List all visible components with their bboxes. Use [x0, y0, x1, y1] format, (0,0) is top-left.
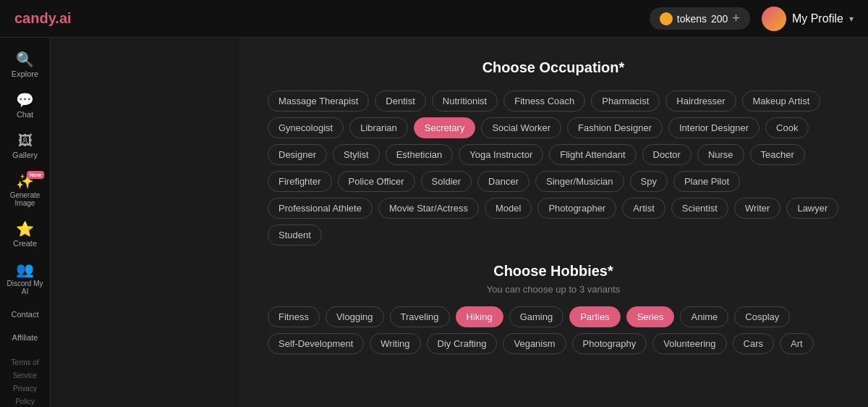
hobby-tag[interactable]: Parties [569, 306, 620, 327]
sidebar-item-discord[interactable]: 👥 Discord My AI [0, 255, 50, 303]
occupation-tag[interactable]: Police Officer [338, 171, 415, 192]
token-coin-icon [660, 12, 673, 25]
sidebar-item-label: Create [13, 239, 37, 248]
chevron-down-icon: ▾ [849, 14, 854, 24]
occupation-tag[interactable]: Hairdresser [665, 91, 736, 112]
new-badge: New [27, 171, 44, 179]
privacy-link[interactable]: Privacy Policy [4, 382, 46, 407]
hobbies-subtitle: You can choose up to 3 variants [268, 284, 839, 295]
hobby-tag[interactable]: Vlogging [326, 306, 384, 327]
hobbies-section: Choose Hobbies* You can choose up to 3 v… [268, 263, 839, 354]
logo-text: candy.ai [14, 10, 72, 26]
hobby-tag[interactable]: Art [780, 333, 814, 354]
hobby-tag[interactable]: Fitness [268, 306, 320, 327]
hobbies-title: Choose Hobbies* [268, 263, 839, 280]
gallery-icon: 🖼 [18, 133, 33, 148]
sidebar-item-gallery[interactable]: 🖼 Gallery [0, 126, 50, 167]
hobbies-tags: FitnessVloggingTravelingHikingGamingPart… [268, 306, 839, 354]
occupation-tag[interactable]: Cook [765, 117, 809, 138]
occupation-tag[interactable]: Doctor [642, 144, 692, 165]
occupation-tag[interactable]: Designer [268, 144, 327, 165]
hobby-tag[interactable]: Hiking [456, 306, 503, 327]
occupation-tag[interactable]: Social Worker [481, 117, 561, 138]
occupation-section: Choose Occupation* Massage TherapistDent… [268, 59, 839, 246]
occupation-tag[interactable]: Fitness Coach [503, 91, 585, 112]
occupation-tag[interactable]: Lawyer [786, 198, 838, 219]
occupation-tag[interactable]: Nurse [697, 144, 744, 165]
occupation-tag[interactable]: Scientist [671, 198, 728, 219]
occupation-tag[interactable]: Interior Designer [668, 117, 760, 138]
occupation-tag[interactable]: Singer/Musician [535, 171, 624, 192]
hobby-tag[interactable]: Series [626, 306, 675, 327]
discord-icon: 👥 [16, 262, 34, 277]
profile-area[interactable]: My Profile ▾ [762, 7, 854, 31]
chat-icon: 💬 [16, 93, 34, 107]
occupation-tag[interactable]: Photographer [537, 198, 616, 219]
sidebar-footer: Terms of Service Privacy Policy [0, 349, 50, 407]
occupation-tag[interactable]: Flight Attendant [549, 144, 636, 165]
occupation-tag[interactable]: Soldier [421, 171, 472, 192]
occupation-tag[interactable]: Dancer [477, 171, 529, 192]
occupation-tags: Massage TherapistDentistNutritionistFitn… [268, 91, 839, 246]
sidebar-item-create[interactable]: ⭐ Create [0, 214, 50, 255]
hobby-tag[interactable]: Gaming [509, 306, 564, 327]
avatar [762, 7, 786, 31]
topbar: candy.ai tokens 200 + My Profile ▾ [0, 0, 868, 38]
occupation-tag[interactable]: Dentist [375, 91, 425, 112]
sidebar-item-explore[interactable]: 🔍 Explore [0, 45, 50, 85]
occupation-tag[interactable]: Professional Athlete [268, 198, 373, 219]
sidebar: 🔍 Explore 💬 Chat 🖼 Gallery New ✨ Generat… [0, 38, 51, 407]
sidebar-item-chat[interactable]: 💬 Chat [0, 85, 50, 126]
occupation-tag[interactable]: Student [268, 225, 322, 246]
occupation-tag[interactable]: Model [485, 198, 532, 219]
sidebar-item-affiliate[interactable]: Affiliate [0, 326, 50, 349]
occupation-tag[interactable]: Artist [622, 198, 665, 219]
sidebar-item-label: Generate Image [4, 191, 46, 207]
occupation-tag[interactable]: Gynecologist [268, 117, 344, 138]
occupation-tag[interactable]: Secretary [414, 117, 476, 138]
create-icon: ⭐ [16, 222, 34, 236]
occupation-tag[interactable]: Firefighter [268, 171, 332, 192]
occupation-tag[interactable]: Esthetician [386, 144, 454, 165]
logo[interactable]: candy.ai [14, 10, 72, 27]
hobby-tag[interactable]: Diy Crafting [427, 333, 498, 354]
hobby-tag[interactable]: Self-Development [268, 333, 364, 354]
occupation-tag[interactable]: Writer [734, 198, 780, 219]
occupation-tag[interactable]: Teacher [750, 144, 805, 165]
token-label: tokens [677, 13, 707, 25]
topbar-right: tokens 200 + My Profile ▾ [650, 7, 854, 31]
occupation-title: Choose Occupation* [268, 59, 839, 76]
occupation-tag[interactable]: Pharmacist [591, 91, 660, 112]
sidebar-item-label: Affiliate [12, 333, 38, 342]
content-area: Choose Occupation* Massage TherapistDent… [239, 38, 868, 407]
occupation-tag[interactable]: Yoga Instructor [459, 144, 543, 165]
hobby-tag[interactable]: Cars [733, 333, 774, 354]
hobby-tag[interactable]: Anime [680, 306, 728, 327]
hobby-tag[interactable]: Photography [572, 333, 647, 354]
hobby-tag[interactable]: Veganism [503, 333, 566, 354]
occupation-tag[interactable]: Makeup Artist [742, 91, 821, 112]
occupation-tag[interactable]: Stylist [333, 144, 380, 165]
occupation-tag[interactable]: Spy [630, 171, 668, 192]
sidebar-item-label: Contact [12, 310, 39, 319]
sidebar-item-label: Explore [12, 70, 38, 78]
occupation-tag[interactable]: Librarian [349, 117, 408, 138]
explore-icon: 🔍 [16, 52, 34, 67]
occupation-tag[interactable]: Movie Star/Actress [378, 198, 479, 219]
add-tokens-button[interactable]: + [732, 11, 740, 26]
profile-label: My Profile [792, 12, 843, 25]
hobby-tag[interactable]: Writing [370, 333, 420, 354]
token-badge[interactable]: tokens 200 + [650, 7, 750, 30]
sidebar-item-generate[interactable]: New ✨ Generate Image [0, 167, 50, 214]
terms-link[interactable]: Terms of Service [4, 356, 46, 382]
occupation-tag[interactable]: Nutritionist [432, 91, 498, 112]
occupation-tag[interactable]: Plane Pilot [673, 171, 740, 192]
sidebar-item-contact[interactable]: Contact [0, 303, 50, 326]
main-wrapper: Choose Occupation* Massage TherapistDent… [51, 38, 868, 407]
occupation-tag[interactable]: Fashion Designer [567, 117, 663, 138]
sidebar-item-label: Discord My AI [4, 280, 46, 295]
occupation-tag[interactable]: Massage Therapist [268, 91, 369, 112]
hobby-tag[interactable]: Traveling [390, 306, 450, 327]
hobby-tag[interactable]: Cosplay [734, 306, 790, 327]
hobby-tag[interactable]: Volunteering [652, 333, 726, 354]
